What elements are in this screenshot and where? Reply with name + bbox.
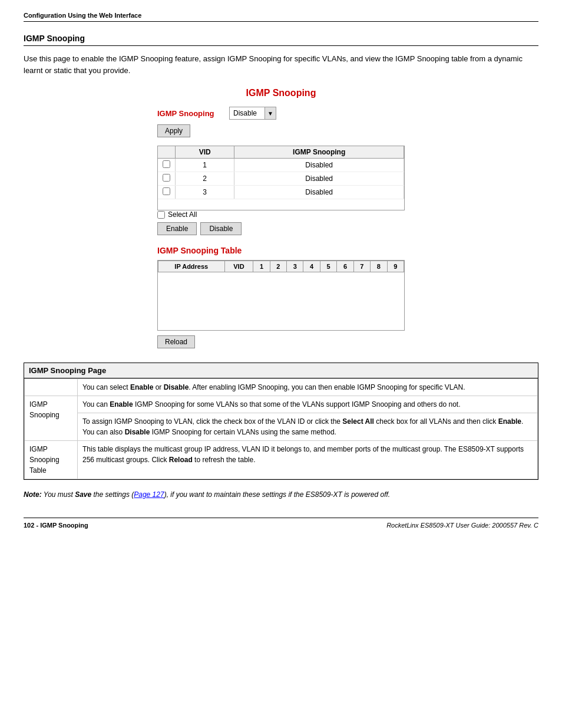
row-checkbox-cell[interactable] [158,172,176,186]
snooping-col-5: 5 [320,261,336,272]
row-igmp: Disabled [234,186,404,199]
row-checkbox[interactable] [163,174,170,182]
igmp-snooping-label: IGMP Snooping [157,109,222,118]
info-row: You can select Enable or Disable. After … [25,379,538,396]
info-label: IGMPSnooping [25,396,78,441]
dropdown-value: Disable [230,107,265,119]
enable-button[interactable]: Enable [157,222,197,235]
row-checkbox-cell[interactable] [158,186,176,199]
snooping-col-6: 6 [337,261,353,272]
select-all-row: Select All [157,210,405,219]
select-all-checkbox[interactable] [157,211,165,219]
reload-button[interactable]: Reload [157,335,195,348]
page-footer: 102 - IGMP Snooping RocketLinx ES8509-XT… [24,518,538,529]
snooping-col-ip-address: IP Address [158,261,225,272]
row-vid: 1 [176,159,234,172]
info-table: IGMP Snooping Page You can select Enable… [24,363,538,480]
row-vid: 3 [176,186,234,199]
ui-panel: IGMP Snooping IGMP Snooping Disable ▼ Ap… [157,88,405,348]
info-label: IGMPSnoopingTable [25,441,78,479]
snooping-col-7: 7 [353,261,370,272]
vlan-col-igmp: IGMP Snooping [234,146,404,159]
section-title: IGMP Snooping [24,34,538,46]
vlan-col-checkbox [158,146,176,159]
info-table-content: You can select Enable or Disable. After … [24,378,538,479]
row-checkbox-cell[interactable] [158,159,176,172]
snooping-table-title: IGMP Snooping Table [157,246,405,255]
enable-disable-row: Enable Disable [157,222,405,235]
snooping-col-3: 3 [287,261,303,272]
intro-text: Use this page to enable the IGMP Snoopin… [24,53,538,76]
select-all-label: Select All [168,210,197,219]
table-row: 1 Disabled [158,159,404,172]
snooping-col-2: 2 [270,261,286,272]
info-desc: You can Enable IGMP Snooping for some VL… [78,396,538,413]
footer-left: 102 - IGMP Snooping [24,522,88,529]
note-prefix: Note: [24,490,42,499]
panel-title: IGMP Snooping [157,88,405,98]
snooping-col-8: 8 [371,261,387,272]
note-text: Note: You must Save the settings (Page 1… [24,489,538,500]
breadcrumb: Configuration Using the Web Interface [24,12,538,22]
snooping-col-9: 9 [387,261,404,272]
info-desc: To assign IGMP Snooping to VLAN, click t… [78,413,538,441]
table-row: 2 Disabled [158,172,404,186]
snooping-col-vid: VID [224,261,253,272]
footer-right: RocketLinx ES8509-XT User Guide: 2000557… [386,522,538,529]
snooping-col-1: 1 [253,261,270,272]
info-row: To assign IGMP Snooping to VLAN, click t… [25,413,538,441]
disable-button[interactable]: Disable [200,222,242,235]
vlan-col-vid: VID [176,146,234,159]
dropdown-arrow-icon[interactable]: ▼ [265,107,276,119]
row-igmp: Disabled [234,172,404,186]
vlan-scroll-container[interactable]: VID IGMP Snooping 1 Disabled 2 Disabled [157,146,405,210]
info-row: IGMPSnooping You can Enable IGMP Snoopin… [25,396,538,413]
apply-button[interactable]: Apply [157,124,190,137]
snooping-col-4: 4 [303,261,320,272]
info-table-header: IGMP Snooping Page [24,363,538,378]
row-igmp: Disabled [234,159,404,172]
igmp-snooping-dropdown[interactable]: Disable ▼ [229,107,276,120]
row-vid: 2 [176,172,234,186]
info-label [25,379,78,396]
info-desc: You can select Enable or Disable. After … [78,379,538,396]
row-checkbox[interactable] [163,160,170,168]
vlan-table: VID IGMP Snooping 1 Disabled 2 Disabled [158,146,404,199]
info-row: IGMPSnoopingTable This table displays th… [25,441,538,479]
igmp-snooping-row: IGMP Snooping Disable ▼ [157,107,405,120]
table-row: 3 Disabled [158,186,404,199]
note-link[interactable]: Page 127 [134,490,164,499]
snooping-table: IP AddressVID123456789 [158,261,404,272]
row-checkbox[interactable] [163,187,170,195]
info-desc: This table displays the multicast group … [78,441,538,479]
snooping-table-scroll[interactable]: IP AddressVID123456789 [157,260,405,331]
